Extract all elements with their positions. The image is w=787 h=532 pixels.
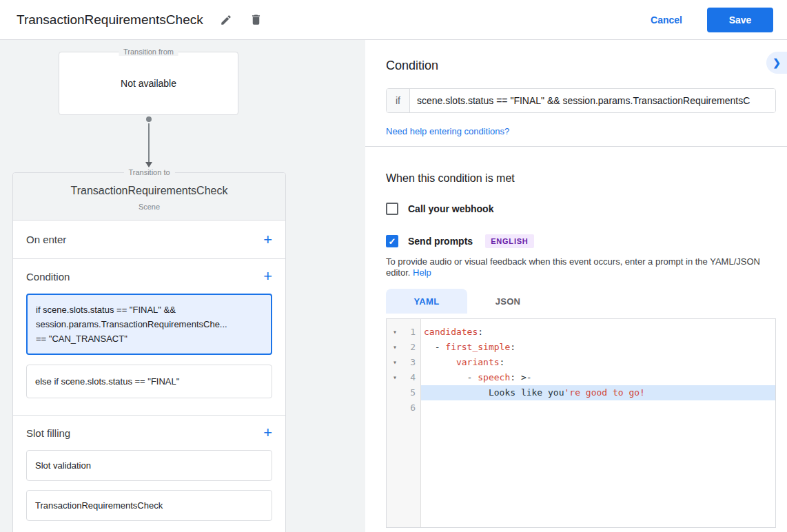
webhook-label: Call your webhook (408, 203, 493, 214)
line-number: 4 (403, 370, 421, 385)
transition-from-value: Not available (121, 78, 176, 89)
help-link[interactable]: Help (413, 267, 431, 278)
fold-arrow-icon[interactable]: ▾ (387, 325, 403, 340)
fold-arrow-icon[interactable]: ▾ (387, 370, 403, 385)
topbar: TransactionRequirementsCheck Cancel Save (0, 0, 787, 40)
connector-arrow-icon (145, 162, 152, 167)
slot-card-transaction[interactable]: TransactionRequirementsCheck (26, 490, 272, 521)
code-line: candidates: (421, 325, 775, 340)
tab-yaml[interactable]: YAML (386, 289, 467, 314)
transition-from-label: Transition from (119, 48, 178, 56)
send-prompts-row: ✓ Send prompts ENGLISH (386, 234, 776, 248)
section-divider (365, 146, 787, 147)
editor-line[interactable]: 5 Looks like you're good to go! (387, 385, 775, 400)
delete-icon[interactable] (249, 12, 264, 28)
condition-expression-row: if (386, 88, 776, 113)
transition-to-label: Transition to (123, 168, 174, 176)
save-button[interactable]: Save (707, 8, 773, 32)
add-on-enter-icon[interactable]: + (263, 232, 272, 247)
editor-tabs: YAML JSON (386, 289, 776, 314)
webhook-row: Call your webhook (386, 203, 776, 215)
condition-card[interactable]: else if scene.slots.status == "FINAL" (26, 365, 272, 398)
condition-detail-panel: ❯ Condition if Need help entering condit… (365, 40, 787, 532)
scene-type-label: Scene (20, 203, 278, 211)
editor-line[interactable]: ▾4 - speech: >- (387, 370, 775, 385)
send-prompts-label: Send prompts (408, 236, 473, 247)
connector-line (148, 123, 150, 163)
chevron-right-icon: ❯ (773, 57, 781, 68)
fold-arrow-icon[interactable]: ▾ (387, 355, 403, 370)
yaml-editor-lines: ▾1candidates:▾2 - first_simple:▾3 varian… (387, 319, 775, 416)
line-number: 1 (403, 325, 421, 340)
condition-card-selected[interactable]: if scene.slots.status == "FINAL" && sess… (26, 294, 272, 355)
fold-arrow-icon[interactable]: ▾ (387, 340, 403, 355)
edit-title-icon[interactable] (218, 12, 234, 28)
code-line (421, 400, 775, 416)
yaml-code-editor[interactable]: ▾1candidates:▾2 - first_simple:▾3 varian… (386, 318, 776, 528)
scene-editor-page: TransactionRequirementsCheck Cancel Save… (0, 0, 787, 532)
fold-spacer (387, 385, 403, 400)
condition-card-line: if scene.slots.status == "FINAL" && (36, 303, 263, 317)
on-enter-row[interactable]: On enter + (13, 221, 285, 259)
code-line: - speech: >- (421, 370, 775, 385)
send-prompts-checkbox[interactable]: ✓ (386, 235, 398, 247)
line-number: 3 (403, 355, 421, 370)
slot-filling-section: Slot filling + Slot validation Transacti… (13, 416, 285, 532)
if-label: if (387, 89, 410, 112)
transition-to-card: Transition to TransactionRequirementsChe… (12, 172, 286, 532)
scene-card-header: TransactionRequirementsCheck Scene (13, 173, 285, 221)
slot-card-validation[interactable]: Slot validation (26, 450, 272, 481)
condition-card-line: session.params.TransactionRequirementsCh… (36, 317, 263, 331)
when-condition-title: When this condition is met (386, 172, 776, 185)
tab-json[interactable]: JSON (467, 289, 549, 314)
code-line: Looks like you're good to go! (421, 385, 775, 400)
editor-line[interactable]: 6 (387, 400, 775, 416)
condition-expression-input[interactable] (410, 89, 775, 112)
condition-card-line: == "CAN_TRANSACT" (36, 331, 263, 346)
topbar-actions: Cancel Save (651, 8, 787, 32)
code-line: - first_simple: (421, 340, 775, 355)
fold-spacer (387, 400, 403, 416)
conditions-help-link[interactable]: Need help entering conditions? (386, 126, 509, 136)
on-enter-label: On enter (26, 234, 66, 245)
language-badge: ENGLISH (485, 234, 534, 248)
editor-line[interactable]: ▾3 variants: (387, 355, 775, 370)
condition-section: Condition + if scene.slots.status == "FI… (13, 259, 285, 416)
line-number: 2 (403, 340, 421, 355)
condition-card-line: else if scene.slots.status == "FINAL" (35, 374, 263, 389)
check-icon: ✓ (389, 236, 396, 247)
add-condition-icon[interactable]: + (263, 269, 272, 284)
cancel-button[interactable]: Cancel (651, 14, 682, 25)
panel-title: Condition (386, 59, 776, 73)
code-line: variants: (421, 355, 775, 370)
transition-from-box: Transition from Not available (59, 52, 238, 115)
condition-section-label: Condition (26, 271, 70, 283)
prompt-description: To provide audio or visual feedback when… (386, 256, 776, 278)
slot-filling-label: Slot filling (26, 427, 70, 439)
connector-dot (146, 116, 152, 122)
scene-name: TransactionRequirementsCheck (20, 185, 278, 197)
page-title: TransactionRequirementsCheck (17, 12, 203, 28)
add-slot-icon[interactable]: + (263, 425, 272, 440)
editor-line[interactable]: ▾2 - first_simple: (387, 340, 775, 355)
scene-graph-panel: Transition from Not available Transition… (0, 40, 365, 532)
line-number: 6 (403, 400, 421, 416)
prompt-description-text: To provide audio or visual feedback when… (386, 256, 760, 278)
line-number: 5 (403, 385, 421, 400)
editor-line[interactable]: ▾1candidates: (387, 325, 775, 340)
webhook-checkbox[interactable] (386, 203, 398, 215)
collapse-panel-button[interactable]: ❯ (766, 52, 787, 74)
